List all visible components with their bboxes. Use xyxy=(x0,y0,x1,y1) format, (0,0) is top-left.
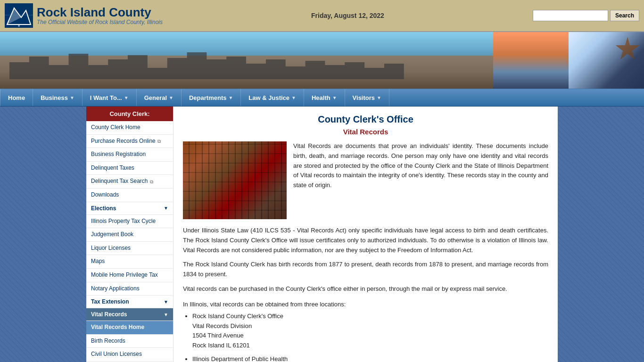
sidebar: County Clerk: County Clerk Home Purchase… xyxy=(86,107,173,362)
sidebar-vital-records-header[interactable]: Vital Records ▼ xyxy=(86,308,173,321)
search-input[interactable] xyxy=(533,10,608,21)
chevron-down-icon: ▼ xyxy=(164,206,168,211)
nav-item-law---justice[interactable]: Law & Justice▼ xyxy=(241,89,304,106)
location-1-line4: Rock Island IL 61201 xyxy=(192,342,250,349)
main-wrapper: County Clerk: County Clerk Home Purchase… xyxy=(86,107,558,362)
sidebar-group-label: Elections xyxy=(91,205,116,212)
main-content: County Clerk's Office Vital Records Vita… xyxy=(173,107,558,362)
logo-link[interactable]: ★ Rock Island County The Official Websit… xyxy=(5,3,163,28)
locations-list: Rock Island County Clerk's Office Vital … xyxy=(183,312,548,362)
banner-waterway xyxy=(493,32,569,89)
nav-label: Business xyxy=(41,94,68,101)
paragraph-3: The Rock Island County Clerk has birth r… xyxy=(183,260,548,280)
sidebar-label: Vital Records Home xyxy=(91,324,144,330)
sidebar-label: Judgement Book xyxy=(91,231,133,238)
header-date: Friday, August 12, 2022 xyxy=(163,12,533,19)
sidebar-group-elections[interactable]: Elections ▼ xyxy=(86,202,173,215)
nav-item-home[interactable]: Home xyxy=(0,89,33,106)
sidebar-item-downloads[interactable]: Downloads xyxy=(86,189,173,202)
nav-label: Health xyxy=(312,94,330,101)
content-subtitle: Vital Records xyxy=(183,128,548,136)
banner xyxy=(0,32,644,89)
chevron-down-icon: ▼ xyxy=(164,312,168,317)
sidebar-item-judgement-book[interactable]: Judgement Book xyxy=(86,228,173,242)
list-item: Rock Island County Clerk's Office Vital … xyxy=(192,312,548,351)
logo-subtitle: The Official Website of Rock Island Coun… xyxy=(37,19,163,25)
sidebar-item-illinois-property-tax-cycle[interactable]: Illinois Property Tax Cycle xyxy=(86,215,173,229)
search-button[interactable]: Search xyxy=(610,10,639,21)
nav-label: Home xyxy=(8,94,25,101)
sidebar-label: Notary Applications xyxy=(91,285,140,292)
banner-cityscape xyxy=(0,32,493,89)
svg-text:★: ★ xyxy=(17,24,20,27)
sidebar-item-delinquent-taxes[interactable]: Delinquent Taxes xyxy=(86,162,173,175)
nav-item-business[interactable]: Business▼ xyxy=(33,89,83,106)
sidebar-item-birth-records[interactable]: Birth Records xyxy=(86,335,173,348)
nav-label: General xyxy=(144,94,167,101)
intro-paragraph: Vital Records are documents that prove a… xyxy=(293,141,548,219)
content-title: County Clerk's Office xyxy=(183,114,548,125)
locations-intro: In Illinois, vital records can be obtain… xyxy=(183,301,548,308)
sidebar-label: Liquor Licenses xyxy=(91,245,131,251)
sidebar-label: Illinois Property Tax Cycle xyxy=(91,218,156,224)
location-1-name: Rock Island County Clerk's Office xyxy=(192,313,283,320)
sidebar-item-purchase-records-online[interactable]: Purchase Records Online ⧉ xyxy=(86,135,173,148)
chevron-down-icon: ▼ xyxy=(377,95,381,100)
sidebar-vital-records-label: Vital Records xyxy=(91,311,127,318)
sidebar-item-maps[interactable]: Maps xyxy=(86,255,173,269)
location-1-line2: Vital Records Division xyxy=(192,322,252,329)
main-navigation: HomeBusiness▼I Want To...▼General▼Depart… xyxy=(0,89,644,107)
nav-item-health[interactable]: Health▼ xyxy=(304,89,345,106)
sidebar-label: Delinquent Tax Search xyxy=(91,178,148,185)
chevron-down-icon: ▼ xyxy=(70,95,74,100)
vital-records-image xyxy=(183,141,287,219)
nav-item-general[interactable]: General▼ xyxy=(137,89,182,106)
sidebar-label: Mobile Home Privilege Tax xyxy=(91,272,158,278)
nav-item-i-want-to---[interactable]: I Want To...▼ xyxy=(83,89,137,106)
chevron-down-icon: ▼ xyxy=(124,95,129,100)
banner-eagle xyxy=(569,32,644,89)
county-logo-icon: ★ xyxy=(5,3,33,28)
paragraph-4: Vital records can be purchased in the Co… xyxy=(183,284,548,294)
sidebar-header: County Clerk: xyxy=(86,107,173,121)
sidebar-label: Maps xyxy=(91,258,105,264)
page-header: ★ Rock Island County The Official Websit… xyxy=(0,0,644,32)
sidebar-item-liquor-licenses[interactable]: Liquor Licenses xyxy=(86,242,173,255)
external-link-icon: ⧉ xyxy=(157,138,161,144)
chevron-down-icon: ▼ xyxy=(169,95,173,100)
external-link-icon: ⧉ xyxy=(150,179,153,185)
search-area: Search xyxy=(533,10,639,21)
sidebar-label: Birth Records xyxy=(91,337,125,344)
location-1-line3: 1504 Third Avenue xyxy=(192,332,244,339)
content-top-section: Vital Records are documents that prove a… xyxy=(183,141,548,219)
paragraph-2: Under Illinois State Law (410 ILCS 535 -… xyxy=(183,226,548,255)
nav-label: Law & Justice xyxy=(248,94,289,101)
sidebar-label: Civil Union Licenses xyxy=(91,351,142,357)
chevron-down-icon: ▼ xyxy=(164,299,168,304)
sidebar-label: County Clerk Home xyxy=(91,124,140,131)
chevron-down-icon: ▼ xyxy=(291,95,296,100)
sidebar-item-county-clerk-home[interactable]: County Clerk Home xyxy=(86,121,173,135)
sidebar-item-civil-union-licenses[interactable]: Civil Union Licenses xyxy=(86,348,173,362)
list-item: Illinois Department of Public Health xyxy=(192,354,548,362)
sidebar-item-mobile-home-privilege-tax[interactable]: Mobile Home Privilege Tax xyxy=(86,269,173,282)
sidebar-item-vital-records-home[interactable]: Vital Records Home xyxy=(86,321,173,335)
nav-item-visitors[interactable]: Visitors▼ xyxy=(345,89,389,106)
sidebar-group-label: Tax Extension xyxy=(91,298,129,305)
logo-title: Rock Island County xyxy=(37,6,163,19)
sidebar-label: Purchase Records Online xyxy=(91,138,156,145)
sidebar-group-tax-extension[interactable]: Tax Extension ▼ xyxy=(86,296,173,308)
nav-label: I Want To... xyxy=(90,94,122,101)
nav-item-departments[interactable]: Departments▼ xyxy=(182,89,241,106)
sidebar-item-business-registration[interactable]: Business Registration xyxy=(86,148,173,162)
nav-label: Visitors xyxy=(353,94,375,101)
chevron-down-icon: ▼ xyxy=(332,95,337,100)
chevron-down-icon: ▼ xyxy=(228,95,233,100)
sidebar-item-delinquent-tax-search[interactable]: Delinquent Tax Search ⧉ xyxy=(86,175,173,189)
sidebar-label: Delinquent Taxes xyxy=(91,165,134,171)
sidebar-item-notary-applications[interactable]: Notary Applications xyxy=(86,282,173,296)
sidebar-label: Downloads xyxy=(91,191,119,198)
sidebar-label: Business Registration xyxy=(91,151,146,157)
nav-label: Departments xyxy=(189,94,226,101)
location-2-name: Illinois Department of Public Health xyxy=(192,355,288,362)
